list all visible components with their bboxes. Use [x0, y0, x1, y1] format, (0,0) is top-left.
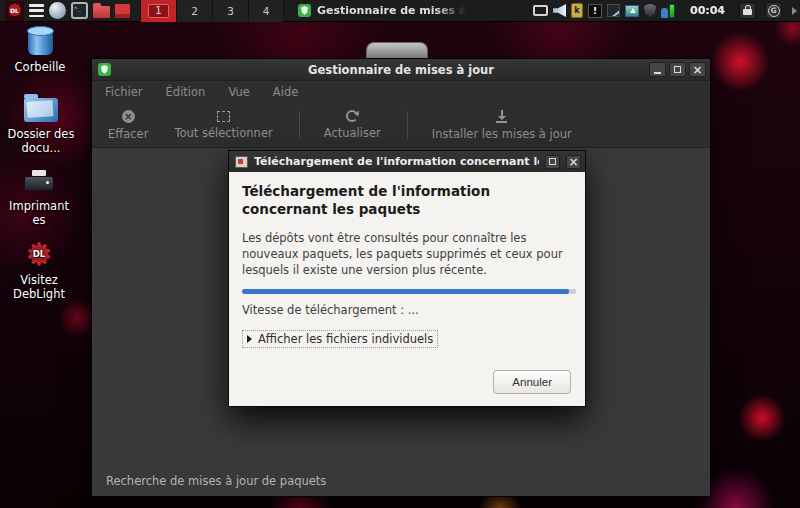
dialog-body: Téléchargement de l'information concerna…: [229, 172, 585, 407]
alert-icon[interactable]: !: [588, 4, 602, 18]
expander-arrow-icon: [247, 335, 252, 343]
toolbar-label: Actualiser: [324, 126, 381, 140]
cancel-button[interactable]: Annuler: [493, 370, 571, 394]
desktop-icon-printers[interactable]: Imprimantes: [6, 170, 72, 228]
show-individual-files-expander[interactable]: Afficher les fichiers individuels: [242, 330, 438, 348]
desktop-icon-label: Visitez DebLight: [4, 273, 74, 302]
folder-icon: [24, 98, 58, 122]
install-updates-button[interactable]: Installer les mises à jour: [432, 110, 572, 141]
terminal-icon[interactable]: >_: [71, 2, 88, 19]
workspace-label: 3: [227, 5, 234, 17]
workspace-label: 2: [191, 5, 198, 17]
desktop-icon-label: Dossier des docu...: [2, 127, 80, 156]
workspace-label: 4: [263, 5, 270, 17]
browser-globe-icon[interactable]: [49, 2, 66, 19]
workspace-button-4[interactable]: 4: [248, 0, 284, 22]
maximize-button[interactable]: [669, 62, 686, 77]
panel-hide-handle[interactable]: [366, 42, 428, 58]
toolbar-separator: [407, 111, 408, 139]
taskbar-window-label: Gestionnaire de mises à: [317, 4, 466, 17]
workspace-button-2[interactable]: 2: [176, 0, 212, 22]
taskbar-window-button[interactable]: Gestionnaire de mises à: [298, 4, 466, 17]
deblight-logo-icon: ⚙ DL: [23, 238, 55, 270]
clipboard-icon[interactable]: k: [571, 3, 583, 18]
minimize-button[interactable]: [649, 62, 666, 77]
screenshot-icon[interactable]: [607, 4, 620, 17]
dialog-title: Téléchargement de l'information concerna…: [254, 155, 539, 168]
logo-text: DL: [33, 249, 45, 260]
hamburger-menu-icon[interactable]: [29, 4, 44, 17]
expander-label: Afficher les fichiers individuels: [258, 332, 433, 346]
dialog-description: Les dépôts vont être consultés pour conn…: [242, 230, 582, 278]
workspace-label: 1: [148, 4, 169, 18]
status-text: Recherche de mises à jour de paquets: [106, 474, 326, 488]
display-icon[interactable]: [533, 5, 548, 16]
dialog-close-button[interactable]: [566, 155, 581, 169]
update-manager-icon: [298, 4, 311, 17]
menu-fichier[interactable]: Fichier: [105, 85, 143, 99]
desktop-icon-deblight[interactable]: ⚙ DL Visitez DebLight: [4, 238, 74, 302]
workspace-pager: 1 2 3 4: [140, 0, 284, 22]
panel-expand-arrow-icon[interactable]: [792, 7, 797, 15]
g-badge-letter: G: [768, 5, 780, 17]
red-folder-icon[interactable]: [93, 6, 110, 18]
clear-button[interactable]: Effacer: [108, 110, 148, 141]
system-tray: k ! 00:04 G: [533, 2, 800, 19]
workspace-button-1[interactable]: 1: [140, 0, 176, 22]
toolbar-label: Installer les mises à jour: [432, 127, 572, 141]
menu-edition[interactable]: Édition: [166, 85, 206, 99]
download-info-dialog: Téléchargement de l'information concerna…: [228, 150, 586, 407]
refresh-icon: [346, 110, 358, 122]
progress-bar: [242, 289, 576, 294]
shield-icon[interactable]: [644, 4, 656, 18]
install-icon: [495, 110, 508, 123]
logo-text: DL: [10, 7, 19, 14]
lock-body: [743, 9, 752, 15]
window-title: Gestionnaire de mises à jour: [92, 63, 710, 77]
toolbar-label: Effacer: [108, 127, 148, 141]
clear-icon: [122, 110, 135, 123]
package-icon: [235, 156, 248, 168]
clock[interactable]: 00:04: [690, 4, 725, 17]
image-upload-icon[interactable]: [625, 5, 639, 17]
desktop-icon-label: Imprimantes: [6, 199, 72, 228]
deblight-menu-icon[interactable]: ⚙ DL: [5, 1, 24, 21]
dialog-maximize-button[interactable]: [545, 155, 560, 169]
menu-vue[interactable]: Vue: [228, 85, 249, 99]
user-glyph: [661, 8, 668, 18]
dialog-titlebar[interactable]: Téléchargement de l'information concerna…: [229, 151, 585, 172]
refresh-button[interactable]: Actualiser: [324, 110, 381, 140]
desktop-icon-trash[interactable]: Corbeille: [8, 30, 72, 74]
lock-icon[interactable]: [739, 2, 756, 19]
menu-bar: Fichier Édition Vue Aide: [92, 81, 710, 103]
g-badge-icon[interactable]: G: [765, 2, 782, 19]
close-button[interactable]: [689, 62, 706, 77]
trash-icon: [28, 30, 53, 55]
desktop-icon-label: Corbeille: [8, 60, 72, 74]
dialog-heading: Téléchargement de l'information concerna…: [242, 183, 564, 218]
status-bar: Recherche de mises à jour de paquets: [92, 466, 710, 496]
select-all-button[interactable]: Tout sélectionner: [174, 110, 272, 140]
window-controls: [649, 62, 706, 77]
window-titlebar[interactable]: Gestionnaire de mises à jour: [92, 59, 710, 81]
top-panel: ⚙ DL >_ 1 2 3 4 Gestionnaire de mises à …: [0, 0, 800, 22]
workspace-button-3[interactable]: 3: [212, 0, 248, 22]
user-battery-icon[interactable]: [661, 4, 675, 18]
battery-bar: [669, 4, 675, 18]
menu-aide[interactable]: Aide: [273, 85, 298, 99]
printer-icon: [24, 170, 54, 195]
toolbar: Effacer Tout sélectionner Actualiser Ins…: [92, 103, 710, 148]
toolbar-label: Tout sélectionner: [174, 126, 272, 140]
volume-icon[interactable]: [553, 4, 566, 17]
desktop-icon-documents[interactable]: Dossier des docu...: [2, 98, 80, 156]
toolbar-separator: [299, 111, 300, 139]
download-speed-text: Vitesse de téléchargement : ...: [242, 303, 572, 317]
red-files-icon[interactable]: [115, 4, 130, 18]
progress-fill: [242, 289, 569, 294]
select-all-icon: [217, 111, 230, 122]
